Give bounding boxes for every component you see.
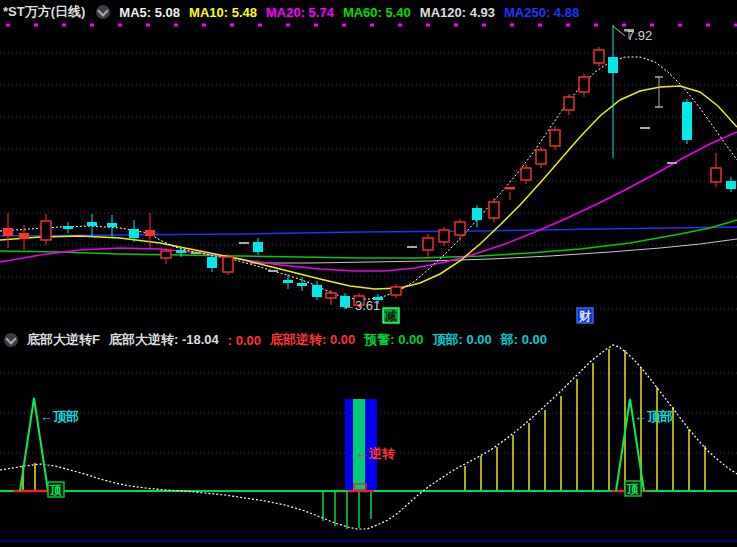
candle-up	[423, 238, 433, 250]
indicator-top-value: 顶部: 0.00	[433, 331, 492, 349]
price-low-label: ←3.61	[342, 298, 380, 313]
event-marker-label: 减	[384, 309, 397, 323]
candle-doji	[87, 222, 97, 226]
indicator-header: 底部大逆转F 底部大逆转: -18.04 : 0.00 底部逆转: 0.00 预…	[0, 330, 737, 350]
candle-up	[550, 130, 560, 146]
indicator-partial-value: 部: 0.00	[501, 331, 547, 349]
candle-up	[579, 77, 589, 92]
ma20-value: MA20: 5.74	[266, 5, 334, 20]
candle-down	[253, 242, 263, 252]
reversal-block-stripe	[345, 399, 353, 490]
candle-doji	[191, 252, 201, 254]
indicator-bottom-rev: 底部逆转: 0.00	[270, 331, 355, 349]
candle-doji	[63, 226, 73, 229]
collapse-chevron-icon[interactable]	[96, 5, 110, 19]
indicator-name: 底部大逆转F	[27, 331, 100, 349]
candle-up	[489, 202, 499, 218]
reversal-block-stripe	[365, 399, 377, 490]
top-spike-label: ←顶部	[634, 409, 673, 424]
candle-down	[312, 285, 322, 297]
price-high-label: 7.92	[627, 28, 652, 43]
candle-up	[564, 97, 574, 110]
ma60-value: MA60: 5.40	[343, 5, 411, 20]
ma120-value: MA120: 4.93	[420, 5, 495, 20]
stock-chart-app: { "header": { "title": "*ST万方(日线)", "ma_…	[0, 0, 737, 547]
candle-up	[161, 251, 171, 258]
candle-up	[594, 50, 604, 63]
candle-doji	[145, 230, 155, 236]
candle-doji	[640, 127, 650, 129]
event-marker-label: 财	[578, 309, 591, 323]
candle-doji	[283, 280, 293, 283]
stock-title: *ST万方(日线)	[3, 3, 85, 21]
candle-up	[536, 150, 546, 164]
candle-doji	[107, 223, 117, 227]
candle-up	[455, 222, 465, 235]
indicator-main-value: 底部大逆转: -18.04	[109, 331, 219, 349]
candle-up	[391, 287, 401, 295]
candle-down	[608, 57, 618, 73]
candle-doji	[176, 250, 186, 253]
ma-line-ma5	[0, 57, 737, 299]
candle-down	[472, 208, 482, 220]
top-spike-label: ←顶部	[40, 409, 79, 424]
top-marker-label: 顶	[49, 483, 62, 497]
ma5-value: MA5: 5.08	[119, 5, 180, 20]
candle-doji	[239, 242, 249, 244]
candle-up	[326, 293, 336, 298]
reversal-block-stripe	[353, 399, 365, 490]
candle-up	[223, 257, 233, 272]
candle-down	[207, 257, 217, 268]
candle-up	[439, 230, 449, 242]
candle-down	[682, 102, 692, 140]
ma-line-ma20	[0, 132, 737, 271]
main-chart-header: *ST万方(日线) MA5: 5.08 MA10: 5.48 MA20: 5.7…	[0, 0, 737, 24]
candle-doji	[19, 233, 29, 239]
candle-doji	[297, 283, 307, 286]
candle-doji	[3, 228, 13, 236]
candle-t	[505, 187, 515, 190]
chart-canvas[interactable]: 7.92←3.61减财←顶部顶←顶部顶←逆转	[0, 0, 737, 547]
indicator-alert-value: 预警: 0.00	[364, 331, 423, 349]
ma10-value: MA10: 5.48	[189, 5, 257, 20]
candle-up	[711, 168, 721, 182]
ma250-value: MA250: 4.88	[504, 5, 579, 20]
reversal-label: ←逆转	[356, 446, 396, 461]
candle-down	[129, 229, 139, 238]
candle-up	[521, 168, 531, 180]
candle-down	[726, 181, 736, 189]
ma-line-ma250	[0, 227, 737, 236]
ma-line-ma120	[250, 239, 737, 263]
candle-doji	[667, 162, 677, 164]
candle-doji	[407, 246, 417, 248]
top-marker-label: 顶	[626, 482, 639, 496]
candle-up	[41, 221, 51, 240]
high-pointer-line	[613, 26, 625, 36]
indicator-extra-value: : 0.00	[228, 333, 261, 348]
candle-doji	[268, 270, 278, 272]
indicator-collapse-chevron-icon[interactable]	[4, 333, 18, 347]
